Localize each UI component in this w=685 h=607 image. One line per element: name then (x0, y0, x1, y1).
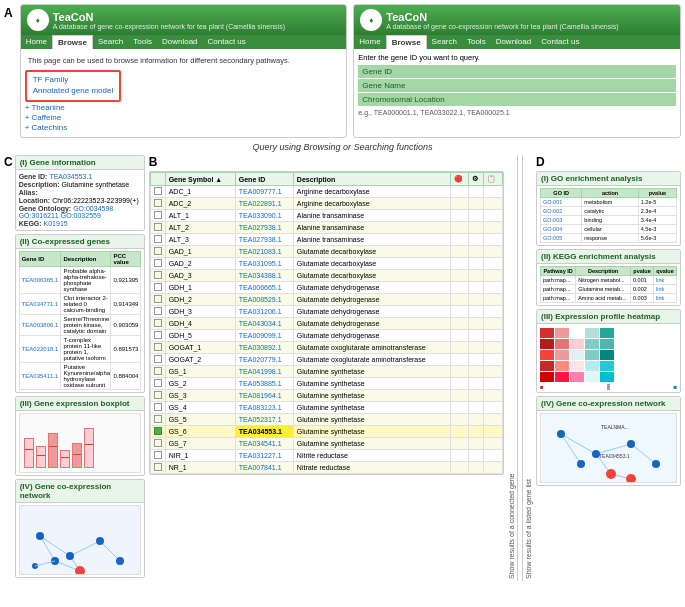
gene-symbol[interactable]: NIR_1 (165, 450, 235, 462)
gene-action-3[interactable] (484, 426, 503, 438)
gene-action-2[interactable] (469, 390, 484, 402)
row-checkbox[interactable] (150, 330, 165, 342)
nav-download-2[interactable]: Download (491, 35, 537, 49)
gene-go-2[interactable]: GO:3016211 (19, 212, 59, 219)
gene-symbol[interactable]: ALT_2 (165, 222, 235, 234)
nav-home-1[interactable]: Home (21, 35, 52, 49)
coexpr-gene-id[interactable]: TEA022018.1 (19, 336, 61, 363)
gene-action-3[interactable] (484, 210, 503, 222)
kegg-qval[interactable]: link (654, 285, 677, 294)
gene-action-3[interactable] (484, 354, 503, 366)
gene-action-3[interactable] (484, 462, 503, 474)
gene-action-1[interactable] (450, 354, 469, 366)
coexpr-gene-id[interactable]: TEA034771.1 (19, 294, 61, 315)
gene-symbol[interactable]: GAD_2 (165, 258, 235, 270)
row-checkbox[interactable] (150, 282, 165, 294)
chromosomal-location-field[interactable]: Chromosomal Location (358, 93, 676, 106)
gene-action-3[interactable] (484, 282, 503, 294)
gene-action-1[interactable] (450, 234, 469, 246)
gene-symbol[interactable]: GAD_1 (165, 246, 235, 258)
row-checkbox[interactable] (150, 426, 165, 438)
nav-download-1[interactable]: Download (157, 35, 203, 49)
row-checkbox[interactable] (150, 222, 165, 234)
nav-browse-2[interactable]: Browse (386, 35, 427, 49)
nav-contact-2[interactable]: Contact us (536, 35, 584, 49)
gene-action-1[interactable] (450, 318, 469, 330)
gene-action-3[interactable] (484, 402, 503, 414)
row-checkbox[interactable] (150, 390, 165, 402)
gene-id[interactable]: TEA083123.1 (235, 402, 293, 414)
gene-action-1[interactable] (450, 378, 469, 390)
kegg-qval[interactable]: link (654, 276, 677, 285)
link-catechins[interactable]: + Catechins (25, 123, 343, 132)
gene-action-3[interactable] (484, 198, 503, 210)
coexpr-gene-id[interactable]: TEA003806.1 (19, 315, 61, 336)
gene-symbol[interactable]: NR_1 (165, 462, 235, 474)
gene-action-3[interactable] (484, 390, 503, 402)
gene-action-3[interactable] (484, 234, 503, 246)
row-checkbox[interactable] (150, 402, 165, 414)
gene-id[interactable]: TEA031095.1 (235, 258, 293, 270)
gene-action-2[interactable] (469, 210, 484, 222)
nav-browse-1[interactable]: Browse (52, 35, 93, 49)
gene-action-2[interactable] (469, 450, 484, 462)
gene-symbol[interactable]: GS_1 (165, 366, 235, 378)
row-checkbox[interactable] (150, 438, 165, 450)
gene-symbol[interactable]: GS_4 (165, 402, 235, 414)
col-icon1[interactable]: 🔴 (450, 173, 469, 186)
gene-action-1[interactable] (450, 198, 469, 210)
row-checkbox[interactable] (150, 342, 165, 354)
row-checkbox[interactable] (150, 234, 165, 246)
gene-id[interactable]: TEA034553.1 (235, 426, 293, 438)
gene-id[interactable]: TEA027938.1 (235, 234, 293, 246)
gene-action-2[interactable] (469, 294, 484, 306)
gene-action-2[interactable] (469, 222, 484, 234)
nav-contact-1[interactable]: Contact us (203, 35, 251, 49)
gene-action-3[interactable] (484, 342, 503, 354)
gene-symbol[interactable]: GS_3 (165, 390, 235, 402)
row-checkbox[interactable] (150, 414, 165, 426)
row-checkbox[interactable] (150, 270, 165, 282)
gene-action-3[interactable] (484, 330, 503, 342)
gene-symbol[interactable]: ADC_2 (165, 198, 235, 210)
gene-symbol[interactable]: ALT_3 (165, 234, 235, 246)
gene-action-2[interactable] (469, 234, 484, 246)
dropdown-item-tf[interactable]: Annotated gene model (31, 85, 116, 96)
gene-action-1[interactable] (450, 462, 469, 474)
gene-action-1[interactable] (450, 438, 469, 450)
gene-id-field[interactable]: Gene ID (358, 65, 676, 78)
gene-action-2[interactable] (469, 402, 484, 414)
gene-id[interactable]: TEA009777.1 (235, 186, 293, 198)
gene-id[interactable]: TEA081964.1 (235, 390, 293, 402)
nav-search-2[interactable]: Search (427, 35, 462, 49)
gene-symbol[interactable]: GDH_2 (165, 294, 235, 306)
gene-id[interactable]: TEA043034.1 (235, 318, 293, 330)
gene-id[interactable]: TEA008529.1 (235, 294, 293, 306)
gene-action-3[interactable] (484, 246, 503, 258)
gene-action-2[interactable] (469, 366, 484, 378)
col-gene-symbol[interactable]: Gene Symbol ▲ (165, 173, 235, 186)
gene-kegg-value[interactable]: K01915 (44, 220, 68, 227)
gene-action-1[interactable] (450, 330, 469, 342)
link-caffeine[interactable]: + Caffeine (25, 113, 343, 122)
gene-id[interactable]: TEA034388.1 (235, 270, 293, 282)
gene-action-3[interactable] (484, 414, 503, 426)
gene-action-1[interactable] (450, 294, 469, 306)
gene-id[interactable]: TEA027938.1 (235, 222, 293, 234)
row-checkbox[interactable] (150, 354, 165, 366)
row-checkbox[interactable] (150, 210, 165, 222)
gene-id[interactable]: TEA006665.1 (235, 282, 293, 294)
row-checkbox[interactable] (150, 378, 165, 390)
dropdown-menu-1[interactable]: TF Family Annotated gene model (25, 70, 122, 102)
gene-action-1[interactable] (450, 402, 469, 414)
dropdown-item-secondary[interactable]: TF Family (31, 74, 116, 85)
gene-symbol[interactable]: GS_7 (165, 438, 235, 450)
nav-home-2[interactable]: Home (354, 35, 385, 49)
link-theanine[interactable]: + Theanine (25, 103, 343, 112)
gene-symbol[interactable]: GS_5 (165, 414, 235, 426)
gene-action-2[interactable] (469, 282, 484, 294)
gene-action-3[interactable] (484, 438, 503, 450)
row-checkbox[interactable] (150, 462, 165, 474)
gene-action-2[interactable] (469, 306, 484, 318)
gene-action-1[interactable] (450, 246, 469, 258)
